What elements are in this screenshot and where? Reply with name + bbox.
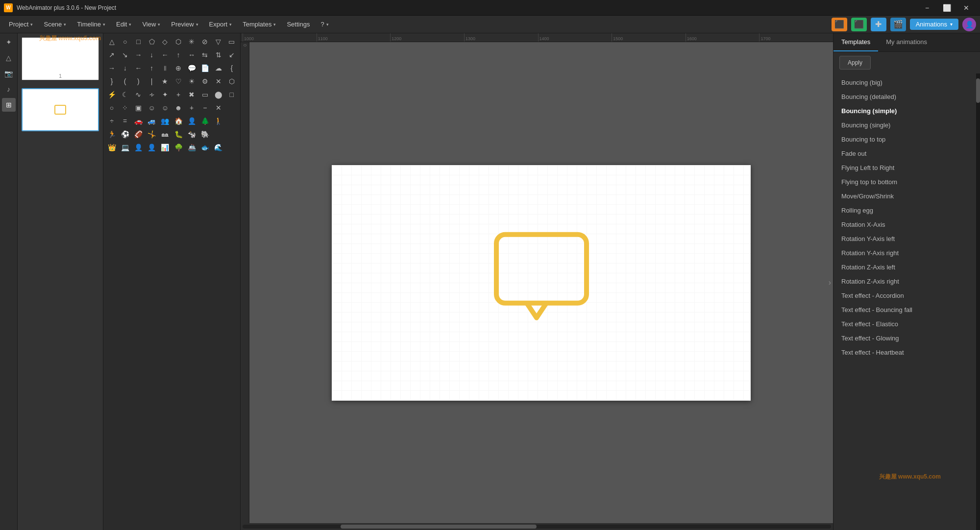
template-rotation-x[interactable]: Rotation X-Axis (833, 217, 980, 232)
shape-arrow-up[interactable]: ↑ (172, 48, 185, 61)
shape-blank[interactable] (225, 101, 238, 114)
shape-heart[interactable]: ♡ (172, 75, 185, 88)
scene-thumbnail-1[interactable]: 1 (22, 37, 99, 80)
template-rolling-egg[interactable]: Rolling egg (833, 203, 980, 217)
template-rotation-y-right[interactable]: Rotation Y-Axis right (833, 246, 980, 260)
shape-hexagon[interactable]: ⬡ (172, 35, 185, 48)
shape-tree[interactable]: 🌲 (198, 115, 211, 127)
shape-arrow-se[interactable]: ↘ (119, 48, 131, 61)
shape-moon[interactable]: ☾ (119, 88, 131, 101)
template-text-elastico[interactable]: Text effect - Elastico (833, 317, 980, 331)
shape-square[interactable]: □ (132, 35, 145, 48)
template-rotation-z-right[interactable]: Rotation Z-Axis right (833, 274, 980, 289)
shape-diamond[interactable]: ◇ (159, 35, 172, 48)
shape-rect[interactable]: ▭ (225, 35, 238, 48)
shape-arrow-left[interactable]: ← (159, 48, 172, 61)
shape-person[interactable]: 👤 (185, 115, 198, 127)
shape-sq2[interactable]: ▣ (132, 101, 145, 114)
shape-flower[interactable]: ✦ (159, 88, 172, 101)
shape-blank2[interactable] (225, 115, 238, 127)
template-bouncing-big[interactable]: Bouncing (big) (833, 75, 980, 90)
shape-sun[interactable]: ☀ (185, 75, 198, 88)
tool-triangle[interactable]: △ (2, 51, 16, 65)
menu-timeline[interactable]: Timeline▾ (72, 19, 110, 30)
shape-blank5[interactable] (225, 141, 238, 154)
template-flying-ltr[interactable]: Flying Left to Right (833, 161, 980, 175)
template-text-heartbeat[interactable]: Text effect - Heartbeat (833, 345, 980, 360)
shape-minus[interactable]: − (198, 101, 211, 114)
shape-x[interactable]: ✕ (212, 75, 225, 88)
shape-no[interactable]: ⊘ (198, 35, 211, 48)
template-move-grow[interactable]: Move/Grow/Shrink (833, 189, 980, 203)
template-text-accordion[interactable]: Text effect - Accordion (833, 289, 980, 303)
shape-plus3[interactable]: + (185, 101, 198, 114)
shape-smile3[interactable]: ☻ (172, 101, 185, 114)
shape-circle2[interactable]: ○ (105, 101, 118, 114)
maximize-button[interactable]: ⬜ (937, 0, 956, 16)
shape-arrow-down[interactable]: ↓ (146, 48, 158, 61)
menu-settings[interactable]: Settings (282, 19, 315, 30)
shape-cross-arr[interactable]: ⊕ (172, 62, 185, 74)
template-fade-out[interactable]: Fade out (833, 146, 980, 161)
menu-project[interactable]: Project▾ (4, 19, 38, 30)
shape-15[interactable]: ⬤ (212, 88, 225, 101)
shape-9[interactable]: ☁ (212, 62, 225, 74)
shape-11[interactable]: } (105, 75, 118, 88)
shape-ball[interactable]: ⚽ (119, 128, 131, 141)
shape-triangle-down[interactable]: ▽ (212, 35, 225, 48)
shape-insects[interactable]: 🐛 (172, 128, 185, 141)
shape-rect2[interactable]: ▭ (198, 88, 211, 101)
menu-edit[interactable]: Edit▾ (111, 19, 136, 30)
shape-city[interactable]: 🏘 (159, 128, 172, 141)
template-bouncing-simple[interactable]: Bouncing (simple) (833, 104, 980, 118)
template-rotation-y-left[interactable]: Rotation Y-Axis left (833, 232, 980, 246)
template-text-glowing[interactable]: Text effect - Glowing (833, 331, 980, 345)
template-bouncing-detailed[interactable]: Bouncing (detailed) (833, 90, 980, 104)
shape-wave[interactable]: ∿ (132, 88, 145, 101)
tool-camera[interactable]: 📷 (2, 67, 16, 80)
shape-bolt[interactable]: ⚡ (105, 88, 118, 101)
shape-x2[interactable]: ✕ (212, 101, 225, 114)
right-panel-scrollbar-thumb[interactable] (976, 78, 980, 103)
minimize-button[interactable]: − (917, 0, 937, 16)
shape-pentagon[interactable]: ⬠ (146, 35, 158, 48)
shape-wave2[interactable]: 🌊 (212, 141, 225, 154)
canvas-scroll-right[interactable]: › (829, 278, 831, 287)
shape-smile2[interactable]: ☺ (159, 101, 172, 114)
shape-chart[interactable]: 📊 (159, 141, 172, 154)
shape-eq[interactable]: = (119, 115, 131, 127)
tool-shapes[interactable]: ⊞ (2, 98, 16, 112)
shape-doc[interactable]: 📄 (198, 62, 211, 74)
menu-scene[interactable]: Scene▾ (39, 19, 71, 30)
shape-ship[interactable]: 🚢 (185, 141, 198, 154)
toolbar-btn-orange[interactable]: ⬛ (832, 18, 847, 31)
shape-tree2[interactable]: 🌳 (172, 141, 185, 154)
shape-person3[interactable]: 👤 (146, 141, 158, 154)
shape-callout-sq[interactable]: 💬 (185, 62, 198, 74)
speech-bubble-element[interactable] (492, 231, 590, 325)
template-flying-ttb[interactable]: Flying top to bottom (833, 175, 980, 189)
shape-run[interactable]: 🏃 (105, 128, 118, 141)
shape-man[interactable]: 🤸 (146, 128, 158, 141)
shape-arr4[interactable]: ↙ (225, 48, 238, 61)
shape-arrow-expand[interactable]: ↔ (185, 48, 198, 61)
shape-arr2[interactable]: ⇆ (198, 48, 211, 61)
canvas-wrapper[interactable]: › (249, 42, 833, 523)
toolbar-btn-anim[interactable]: 🎬 (890, 18, 906, 31)
shape-cow[interactable]: 🐄 (185, 128, 198, 141)
shape-cube[interactable]: ⬡ (225, 75, 238, 88)
shape-lines[interactable]: ⦀ (159, 62, 172, 74)
menu-export[interactable]: Export▾ (204, 19, 237, 30)
shape-gear[interactable]: ⚙ (198, 75, 211, 88)
shape-tilde[interactable]: ∻ (146, 88, 158, 101)
toolbar-btn-add[interactable]: ✚ (871, 18, 886, 31)
scroll-thumb[interactable] (341, 525, 537, 529)
tab-my-animations[interactable]: My animations (878, 33, 935, 51)
shape-circle[interactable]: ○ (119, 35, 131, 48)
close-button[interactable]: ✕ (956, 0, 976, 16)
shape-arr5[interactable]: → (105, 62, 118, 74)
shape-monitor[interactable]: 💻 (119, 141, 131, 154)
animations-button[interactable]: Animations▾ (910, 19, 958, 30)
shape-dots[interactable]: ⁘ (119, 101, 131, 114)
shape-arr3[interactable]: ⇅ (212, 48, 225, 61)
